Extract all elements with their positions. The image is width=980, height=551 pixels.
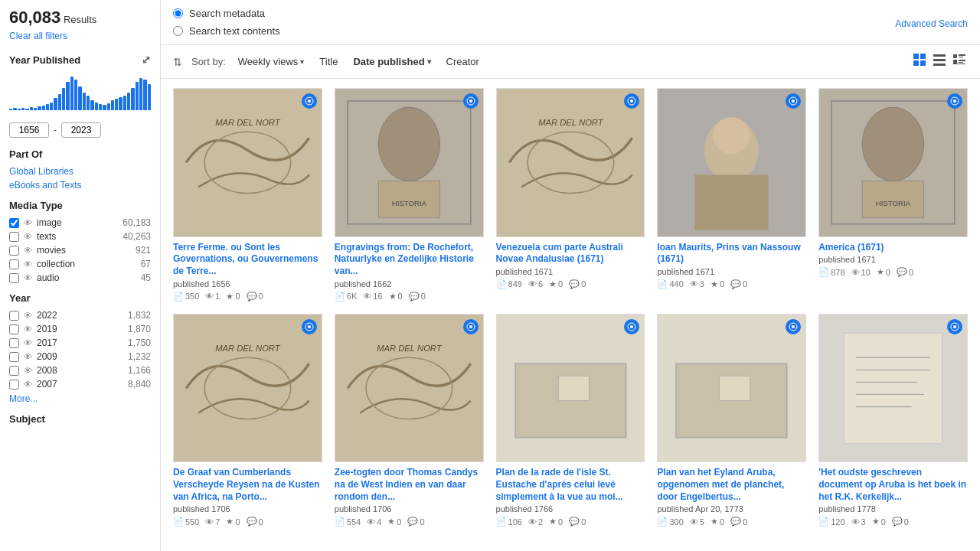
year-end-input[interactable] [61,122,101,138]
grid-item-3[interactable]: Ioan Maurits, Prins van Nassouw (1671) p… [657,88,806,302]
card-title-0[interactable]: Terre Ferme. ou Sont les Governations, o… [173,242,322,278]
card-title-3[interactable]: Ioan Maurits, Prins van Nassouw (1671) [657,242,806,266]
histogram-bar-32[interactable] [139,78,142,110]
card-views-2: 👁6 [528,279,543,289]
histogram-bar-23[interactable] [103,105,106,110]
card-title-1[interactable]: Engravings from: De Rochefort, Natuurlyk… [335,242,484,278]
grid-item-7[interactable]: Plan de la rade de l'isle St. Eustache d… [496,314,645,527]
histogram-bar-16[interactable] [74,80,77,110]
expand-icon[interactable]: ⤢ [142,54,151,66]
media-type-checkbox-texts[interactable] [9,232,19,242]
card-date-5: published 1706 [173,504,322,514]
histogram-bar-24[interactable] [107,103,110,110]
histogram-bar-34[interactable] [148,84,151,110]
histogram-bar-8[interactable] [42,106,45,110]
histogram-bar-13[interactable] [62,88,65,110]
histogram-bar-27[interactable] [119,97,122,110]
histogram-bar-10[interactable] [50,103,53,110]
card-title-2[interactable]: Venezuela cum parte Australi Novae Andal… [496,242,645,266]
ebooks-texts-link[interactable]: eBooks and Texts [9,180,151,191]
histogram-bar-5[interactable] [30,107,33,110]
card-favorites-0: ★0 [226,292,240,302]
histogram-bar-9[interactable] [46,104,49,110]
year-checkbox-2022[interactable] [9,311,19,321]
global-libraries-link[interactable]: Global Libraries [9,166,151,177]
media-type-checkbox-image[interactable] [9,218,19,228]
sort-creator[interactable]: Creator [443,54,482,69]
media-type-icon-image: 👁 [24,218,32,227]
list-view-button[interactable] [931,51,948,72]
histogram-bar-31[interactable] [136,82,139,110]
grid-item-5[interactable]: MAR DEL NORT De Graaf van Cumberlands Ve… [173,314,322,527]
sort-weekly-views[interactable]: Weekly views ▾ [235,54,308,69]
histogram-bar-2[interactable] [18,109,21,110]
clear-filters-link[interactable]: Clear all filters [9,31,151,41]
sort-title[interactable]: Title [316,54,341,69]
card-date-9: published 1778 [818,504,968,514]
sort-direction-icon[interactable]: ⇅ [173,56,182,68]
histogram-bar-20[interactable] [90,100,93,110]
svg-rect-14 [174,89,322,236]
histogram-bar-6[interactable] [34,108,37,110]
media-type-checkbox-audio[interactable] [9,273,19,283]
card-comments-8: 💬0 [730,517,747,527]
histogram-bar-1[interactable] [13,108,16,110]
card-title-5[interactable]: De Graaf van Cumberlands Verscheyde Reys… [173,467,322,503]
search-metadata-radio[interactable] [173,8,183,18]
card-pages-5: 📄550 [173,517,199,527]
grid-item-1[interactable]: HISTORIA Engravings from: De Rochefort, … [335,88,484,302]
year-checkbox-2007[interactable] [9,380,19,390]
histogram-bar-15[interactable] [70,77,74,110]
histogram-bar-7[interactable] [38,106,41,110]
grid-item-2[interactable]: MAR DEL NORT Venezuela cum parte Austral… [496,88,645,302]
card-pages-8: 📄300 [657,517,683,527]
histogram-bar-26[interactable] [115,99,118,110]
histogram-bar-14[interactable] [66,82,69,110]
card-title-9[interactable]: 'Het oudste geschreven document op Aruba… [818,467,968,503]
media-type-checkbox-movies[interactable] [9,246,19,256]
histogram-bar-12[interactable] [58,94,61,110]
histogram-bar-11[interactable] [54,98,57,110]
histogram-bar-30[interactable] [131,88,134,110]
year-checkbox-2008[interactable] [9,366,19,376]
histogram-bar-17[interactable] [78,86,81,110]
year-checkbox-2019[interactable] [9,324,19,334]
search-text-radio[interactable] [173,26,183,36]
histogram-bar-22[interactable] [99,104,102,110]
year-histogram[interactable] [9,72,151,118]
more-link[interactable]: More... [9,393,38,404]
advanced-search-link[interactable]: Advanced Search [895,18,968,29]
histogram-bar-33[interactable] [143,80,146,110]
histogram-bar-29[interactable] [127,93,130,110]
year-checkbox-2017[interactable] [9,338,19,348]
grid-item-4[interactable]: HISTORIA America (1671) published 1671 📄… [818,88,968,302]
histogram-bar-28[interactable] [123,96,126,110]
detail-view-button[interactable] [951,51,968,72]
grid-item-9[interactable]: 'Het oudste geschreven document op Aruba… [818,314,968,527]
year-checkbox-2009[interactable] [9,352,19,362]
histogram-bar-18[interactable] [83,93,86,110]
sort-date-published[interactable]: Date published ▾ [350,54,433,69]
grid-item-0[interactable]: MAR DEL NORT Terre Ferme. ou Sont les Go… [173,88,322,302]
card-thumb-9 [818,314,968,463]
histogram-bar-21[interactable] [95,103,98,110]
grid-view-button[interactable] [911,51,928,72]
histogram-bar-3[interactable] [21,108,24,110]
svg-point-25 [469,99,472,103]
histogram-bar-19[interactable] [87,96,90,110]
media-type-count-texts: 40,263 [122,231,151,242]
year-filter-row-2007: 👁 2007 8,840 [9,379,151,390]
year-start-input[interactable] [9,122,49,138]
svg-rect-11 [959,60,965,61]
card-title-4[interactable]: America (1671) [818,242,968,254]
grid-item-8[interactable]: Plan van het Eyland Aruba, opgenomen met… [657,314,806,527]
card-title-8[interactable]: Plan van het Eyland Aruba, opgenomen met… [657,467,806,503]
grid-item-6[interactable]: MAR DEL NORT Zee-togten door Thomas Cand… [335,314,484,527]
histogram-bar-0[interactable] [9,109,12,110]
histogram-bar-25[interactable] [111,100,114,110]
card-title-7[interactable]: Plan de la rade de l'isle St. Eustache d… [496,467,645,503]
card-pages-1: 📄6K [335,292,357,302]
card-title-6[interactable]: Zee-togten door Thomas Candys na de West… [335,467,484,503]
histogram-bar-4[interactable] [25,109,28,110]
media-type-checkbox-collection[interactable] [9,259,19,269]
